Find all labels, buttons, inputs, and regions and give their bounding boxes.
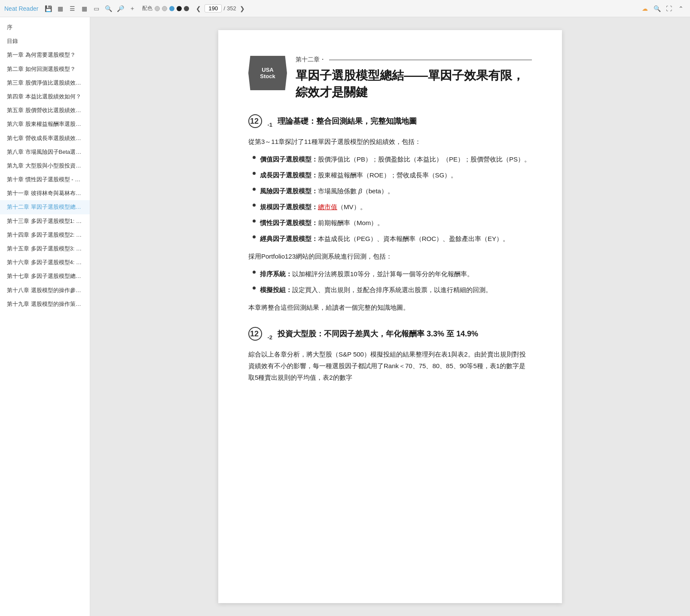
next-page-button[interactable]: ❯ xyxy=(238,4,247,13)
chapter-header: USAStock 第十二章・ 單因子選股模型總結——單因子效果有限，綜效才是關鍵 xyxy=(248,56,532,101)
bullet-text-7: 排序系統：以加權評分法將股票10等分，並計算每一個等分的年化報酬率。 xyxy=(260,268,473,280)
section-main-num-2: 12 xyxy=(250,330,259,338)
bullet-2: 成長因子選股模型：股東權益報酬率（ROE）；營收成長率（SG）。 xyxy=(253,169,532,181)
sidebar-item-ch5[interactable]: 第五章 股價營收比選股績效如何？ xyxy=(0,104,90,117)
bullet-dot-1 xyxy=(253,156,256,159)
bullet-dot-2 xyxy=(253,172,256,175)
color-dot-4[interactable] xyxy=(177,6,182,11)
bullet-text-8: 模擬投組：設定買入、賣出規則，並配合排序系統選出股票，以進行精細的回測。 xyxy=(260,284,492,296)
content-area[interactable]: USAStock 第十二章・ 單因子選股模型總結——單因子效果有限，綜效才是關鍵… xyxy=(90,17,690,616)
color-dot-5[interactable] xyxy=(184,6,189,11)
section-title-1: 理論基礎：整合回測結果，完整知識地圖 xyxy=(278,116,417,126)
sidebar-item-ch2[interactable]: 第二章 如何回測選股模型？ xyxy=(0,62,90,76)
bullet-text-1: 價值因子選股模型：股價淨值比（PB）；股價盈餘比（本益比）（PE）；股價營收比（… xyxy=(260,153,531,165)
bullet-4: 規模因子選股模型：總市值（MV）。 xyxy=(253,201,532,213)
section1-para2: 採用Portfolio123網站的回測系統進行回測，包括： xyxy=(248,250,532,262)
section-number-badge-1: 12 -1 xyxy=(248,113,272,129)
sidebar-item-ch19[interactable]: 第十九章 選股模型的操作策略與優化 xyxy=(0,297,90,311)
sidebar-item-ch18[interactable]: 第十八章 選股模型的操作參數: 賣出門... xyxy=(0,284,90,297)
bullet-list-2: 排序系統：以加權評分法將股票10等分，並計算每一個等分的年化報酬率。 模擬投組：… xyxy=(253,268,532,296)
sidebar-item-ch16[interactable]: 第十六章 多因子選股模型4: 多因子評... xyxy=(0,256,90,269)
sidebar-item-ch9[interactable]: 第九章 大型股與小型股投資績效有何... xyxy=(0,159,90,173)
color-dot-3[interactable] xyxy=(169,6,174,11)
page-icon[interactable]: ▭ xyxy=(92,4,101,13)
sidebar: 序 目錄 第一章 為何需要選股模型？ 第二章 如何回測選股模型？ 第三章 股價淨… xyxy=(0,17,90,616)
section1-para3: 本章將整合這些回測結果，給讀者一個完整的知識地圖。 xyxy=(248,302,532,313)
section2-intro: 綜合以上各章分析，將大型股（S&P 500）模擬投組的結果整理列在表1與表2。由… xyxy=(248,348,532,383)
color-label: 配色 xyxy=(142,5,153,12)
search-2-icon[interactable]: 🔍 xyxy=(652,4,662,13)
sidebar-item-ch8[interactable]: 第八章 市場風險因子Beta選股績效如... xyxy=(0,145,90,159)
sidebar-item-ch11[interactable]: 第十一章 彼得林奇與葛林布雷特的選... xyxy=(0,186,90,200)
page-navigation: ❮ 190 / 352 ❯ xyxy=(194,4,246,13)
sidebar-item-ch1[interactable]: 第一章 為何需要選股模型？ xyxy=(0,48,90,62)
sidebar-item-toc[interactable]: 目錄 xyxy=(0,34,90,48)
save-icon[interactable]: 💾 xyxy=(43,4,53,13)
badge-shape: USAStock xyxy=(248,56,287,90)
bullet-dot-4 xyxy=(253,204,256,207)
bullet-6: 經典因子選股模型：本益成長比（PEG）、資本報酬率（ROC）、盈餘產出率（EY）… xyxy=(253,233,532,244)
sidebar-item-ch14[interactable]: 第十四章 多因子選股模型2: 雙因子成... xyxy=(0,228,90,242)
bullet-text-6: 經典因子選股模型：本益成長比（PEG）、資本報酬率（ROC）、盈餘產出率（EY）… xyxy=(260,233,509,244)
chapter-main-title: 單因子選股模型總結——單因子效果有限，綜效才是關鍵 xyxy=(296,67,532,101)
color-dot-2[interactable] xyxy=(162,6,167,11)
sidebar-item-ch13[interactable]: 第十三章 多因子選股模型1: 經典選股... xyxy=(0,214,90,228)
toolbar: Neat Reader 💾 ▦ ☰ ▦ ▭ 🔍 🔎 ＋ 配色 ❮ 190 / 3… xyxy=(0,0,690,17)
bullet-text-2: 成長因子選股模型：股東權益報酬率（ROE）；營收成長率（SG）。 xyxy=(260,169,457,181)
sidebar-item-preface[interactable]: 序 xyxy=(0,21,90,34)
bullet-list-1: 價值因子選股模型：股價淨值比（PB）；股價盈餘比（本益比）（PE）；股價營收比（… xyxy=(253,153,532,244)
sidebar-item-ch17[interactable]: 第十七章 多因子選股模型總結: 績效優... xyxy=(0,269,90,283)
bullet-7: 排序系統：以加權評分法將股票10等分，並計算每一個等分的年化報酬率。 xyxy=(253,268,532,280)
color-dot-1[interactable] xyxy=(155,6,160,11)
page-separator: / xyxy=(223,5,225,12)
section-1-heading: 12 -1 理論基礎：整合回測結果，完整知識地圖 xyxy=(248,113,532,129)
bullet-text-5: 慣性因子選股模型：前期報酬率（Mom）。 xyxy=(260,217,384,229)
add-icon[interactable]: ＋ xyxy=(128,4,137,13)
chapter-number: 第十二章・ xyxy=(296,56,532,64)
sidebar-item-ch15[interactable]: 第十五章 多因子選股模型3: 雙因子評... xyxy=(0,242,90,256)
section-main-num-1: 12 xyxy=(250,117,259,125)
collapse-icon[interactable]: ⌃ xyxy=(676,4,686,13)
bullet-dot-3 xyxy=(253,188,256,191)
bullet-3: 風險因子選股模型：市場風險係數 β（beta）。 xyxy=(253,185,532,197)
menu-icon[interactable]: ☰ xyxy=(67,4,77,13)
bullet-dot-6 xyxy=(253,235,256,238)
usa-stock-badge: USAStock xyxy=(248,56,287,90)
sidebar-item-ch7[interactable]: 第七章 營收成長率選股績效如何？ xyxy=(0,131,90,145)
page-number-input[interactable]: 190 xyxy=(205,4,222,12)
sidebar-item-ch3[interactable]: 第三章 股價淨值比選股績效如何？ xyxy=(0,76,90,90)
bullet-text-3: 風險因子選股模型：市場風險係數 β（beta）。 xyxy=(260,185,394,197)
bullet-text-4: 規模因子選股模型：總市值（MV）。 xyxy=(260,201,366,213)
app-brand: Neat Reader xyxy=(4,5,38,12)
sidebar-item-ch6[interactable]: 第六章 股東權益報酬率選股績效如何？ xyxy=(0,117,90,131)
bullet-5: 慣性因子選股模型：前期報酬率（Mom）。 xyxy=(253,217,532,229)
bullet-dot-5 xyxy=(253,220,256,223)
bullet-dot-7 xyxy=(253,271,256,274)
copy-icon[interactable]: ▦ xyxy=(55,4,65,13)
cloud-icon[interactable]: ☁ xyxy=(640,4,650,13)
chapter-title-block: 第十二章・ 單因子選股模型總結——單因子效果有限，綜效才是關鍵 xyxy=(296,56,532,101)
section-2-heading: 12 -2 投資大型股：不同因子差異大，年化報酬率 3.3% 至 14.9% xyxy=(248,326,532,342)
fullscreen-icon[interactable]: ⛶ xyxy=(664,4,674,13)
main-container: 序 目錄 第一章 為何需要選股模型？ 第二章 如何回測選股模型？ 第三章 股價淨… xyxy=(0,17,690,616)
total-pages: 352 xyxy=(227,5,236,12)
book-page: USAStock 第十二章・ 單因子選股模型總結——單因子效果有限，綜效才是關鍵… xyxy=(218,30,562,603)
badge-text: USAStock xyxy=(260,67,275,79)
bullet-8: 模擬投組：設定買入、賣出規則，並配合排序系統選出股票，以進行精細的回測。 xyxy=(253,284,532,296)
bullet-1: 價值因子選股模型：股價淨值比（PB）；股價盈餘比（本益比）（PE）；股價營收比（… xyxy=(253,153,532,165)
search-icon[interactable]: 🔍 xyxy=(104,4,113,13)
section-number-badge-2: 12 -2 xyxy=(248,326,272,342)
section-sub-num-1: -1 xyxy=(267,122,272,128)
zoom-icon[interactable]: 🔎 xyxy=(116,4,125,13)
color-options: 配色 xyxy=(142,5,189,12)
sidebar-item-ch4[interactable]: 第四章 本益比選股績效如何？ xyxy=(0,90,90,104)
sidebar-item-ch12[interactable]: 第十二章 單因子選股模型總結 - 單因... xyxy=(0,200,90,214)
section1-intro: 從第3～11章探討了11種單因子選股模型的投組績效，包括： xyxy=(248,136,532,147)
grid-icon[interactable]: ▦ xyxy=(79,4,89,13)
section-title-2: 投資大型股：不同因子差異大，年化報酬率 3.3% 至 14.9% xyxy=(278,329,478,339)
prev-page-button[interactable]: ❮ xyxy=(194,4,203,13)
section-sub-num-2: -2 xyxy=(267,334,272,341)
sidebar-item-ch10[interactable]: 第十章 慣性因子選股模型 - 前期報酬... xyxy=(0,173,90,186)
bullet-dot-8 xyxy=(253,287,256,290)
